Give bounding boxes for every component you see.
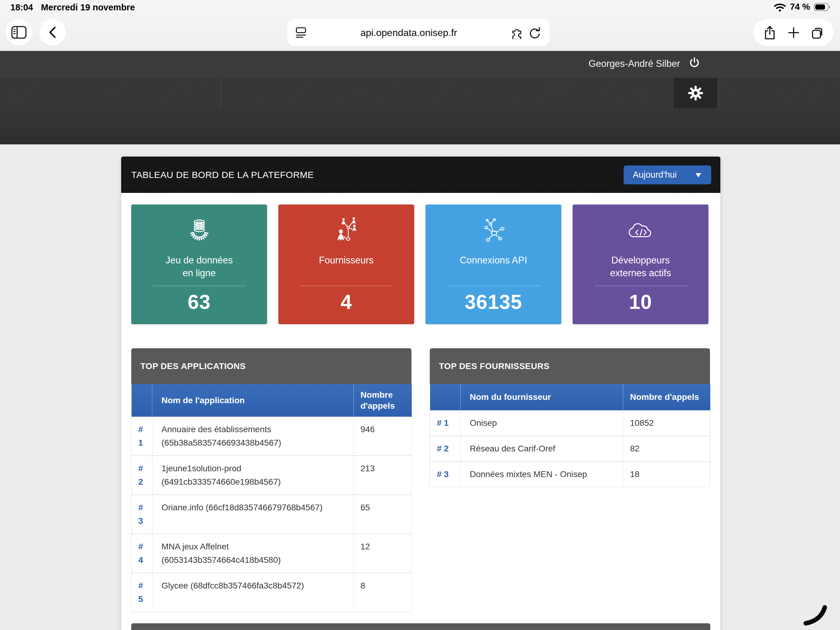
divider bbox=[300, 286, 393, 286]
power-icon bbox=[687, 57, 701, 71]
top-applications-title: TOP DES APPLICATIONS bbox=[131, 348, 411, 384]
people-network-icon bbox=[332, 217, 361, 247]
api-network-icon bbox=[479, 217, 508, 247]
dashboard-title: TABLEAU DE BORD DE LA PLATEFORME bbox=[131, 170, 314, 180]
rank-cell: # 4 bbox=[131, 534, 152, 573]
tables-row: TOP DES APPLICATIONS Nom de l'applicatio… bbox=[121, 324, 720, 612]
top-fournisseurs-section: TOP DES FOURNISSEURS Nom du fournisseur … bbox=[430, 348, 710, 487]
chevron-down-icon: ▼ bbox=[694, 171, 703, 179]
period-dropdown-label: Aujourd'hui bbox=[633, 170, 677, 180]
stat-cards-row: Jeu de données en ligne 63 bbox=[121, 193, 720, 324]
rank-cell: # 3 bbox=[430, 461, 461, 487]
calls-cell: 8 bbox=[354, 573, 412, 612]
status-bar-left: 18:04 Mercredi 19 novembre bbox=[10, 2, 135, 13]
stat-value: 36135 bbox=[464, 290, 522, 313]
rank-column-header bbox=[430, 384, 461, 411]
stat-card-datasets: Jeu de données en ligne 63 bbox=[131, 205, 267, 324]
period-dropdown[interactable]: Aujourd'hui ▼ bbox=[624, 166, 711, 184]
table-header-row: Nom du fournisseur Nombre d'appels bbox=[430, 384, 710, 411]
back-chevron-icon bbox=[47, 25, 58, 39]
rank-cell: # 1 bbox=[131, 417, 152, 456]
back-button[interactable] bbox=[39, 19, 66, 46]
dashboard-header: TABLEAU DE BORD DE LA PLATEFORME Aujourd… bbox=[121, 156, 720, 193]
stat-value: 10 bbox=[629, 290, 652, 313]
rank-cell: # 2 bbox=[131, 456, 152, 495]
fournisseur-name-cell: Données mixtes MEN - Onisep bbox=[461, 461, 623, 487]
app-name-cell: 1jeune1solution-prod (6491cb333574660e19… bbox=[152, 456, 354, 495]
stat-value: 4 bbox=[341, 290, 352, 313]
app-name-cell: Oriane.info (66cf18d835746679768b4567) bbox=[152, 495, 354, 534]
top-fournisseurs-table: Nom du fournisseur Nombre d'appels # 1 O… bbox=[430, 384, 710, 487]
table-header-row: Nom de l'application Nombre d'appels bbox=[131, 384, 412, 417]
status-bar-right: 74 % bbox=[774, 2, 831, 12]
top-applications-section: TOP DES APPLICATIONS Nom de l'applicatio… bbox=[131, 348, 411, 612]
calls-cell: 82 bbox=[623, 436, 710, 461]
user-name: Georges-André Silber bbox=[589, 58, 680, 69]
stat-card-fournisseurs: Fournisseurs 4 bbox=[278, 205, 414, 324]
address-bar[interactable]: api.opendata.onisep.fr bbox=[287, 19, 550, 46]
toolbar-right-group bbox=[753, 19, 834, 46]
table-row: # 4 MNA jeux Affelnet (6053143b3574664c4… bbox=[131, 534, 412, 573]
rank-column-header bbox=[131, 384, 152, 417]
app-name-cell: MNA jeux Affelnet (6053143b3574664c418b4… bbox=[152, 534, 354, 573]
page-menu-icon[interactable] bbox=[295, 27, 307, 38]
battery-percent: 74 % bbox=[790, 2, 810, 12]
stat-value: 63 bbox=[188, 290, 211, 313]
header-divider-right bbox=[718, 78, 718, 108]
cloud-code-icon bbox=[626, 217, 655, 247]
sidebar-icon bbox=[11, 25, 27, 39]
name-column-header: Nom du fournisseur bbox=[461, 384, 623, 411]
stat-label: Développeurs externes actifs bbox=[610, 254, 671, 280]
calls-cell: 18 bbox=[623, 461, 710, 487]
name-column-header: Nom de l'application bbox=[152, 384, 354, 417]
tabs-icon[interactable] bbox=[810, 25, 824, 40]
extensions-icon[interactable] bbox=[511, 26, 523, 39]
table-row: # 3 Oriane.info (66cf18d835746679768b456… bbox=[131, 495, 412, 534]
table-row: # 2 1jeune1solution-prod (6491cb33357466… bbox=[131, 456, 412, 495]
table-row: # 5 Glycee (68dfcc8b357466fa3c8b4572) 8 bbox=[131, 573, 412, 612]
rank-cell: # 3 bbox=[131, 495, 152, 534]
top-fournisseurs-title: TOP DES FOURNISSEURS bbox=[430, 348, 710, 384]
app-name-cell: Glycee (68dfcc8b357466fa3c8b4572) bbox=[152, 573, 354, 612]
divider bbox=[153, 286, 246, 286]
site-header: Georges-André Silber bbox=[0, 51, 840, 144]
status-time: 18:04 bbox=[10, 2, 33, 13]
header-nav-band: Fournisseurs ▼ bbox=[0, 108, 840, 144]
app-name-cell: Annuaire des établissements (65b38a58357… bbox=[152, 417, 354, 456]
sidebar-toggle-button[interactable] bbox=[5, 19, 32, 46]
stat-label: Fournisseurs bbox=[319, 254, 374, 280]
calls-cell: 946 bbox=[354, 417, 412, 456]
calls-cell: 12 bbox=[354, 534, 412, 573]
battery-icon bbox=[814, 2, 831, 12]
share-icon[interactable] bbox=[763, 25, 777, 41]
calls-cell: 213 bbox=[354, 456, 412, 495]
header-user-band: Georges-André Silber bbox=[0, 51, 840, 78]
calls-column-header: Nombre d'appels bbox=[623, 384, 710, 411]
stat-label: Connexions API bbox=[459, 254, 527, 280]
table-row: # 2 Réseau des Carif-Oref 82 bbox=[430, 436, 710, 461]
table-row: # 3 Données mixtes MEN - Onisep 18 bbox=[430, 461, 710, 487]
status-date: Mercredi 19 novembre bbox=[41, 2, 135, 13]
stat-card-connexions-api: Connexions API 36135 bbox=[425, 205, 561, 324]
divider bbox=[447, 286, 540, 286]
rank-cell: # 5 bbox=[131, 573, 152, 612]
stat-card-developpeurs: Développeurs externes actifs 10 bbox=[573, 205, 709, 324]
header-divider bbox=[221, 78, 221, 108]
reload-icon[interactable] bbox=[528, 26, 541, 39]
logout-button[interactable] bbox=[687, 55, 702, 72]
calls-cell: 65 bbox=[354, 495, 412, 534]
table-row: # 1 Onisep 10852 bbox=[430, 411, 710, 436]
divider bbox=[594, 286, 687, 286]
url-text: api.opendata.onisep.fr bbox=[307, 27, 511, 38]
fournisseur-name-cell: Onisep bbox=[461, 411, 623, 436]
fournisseur-name-cell: Réseau des Carif-Oref bbox=[461, 436, 623, 461]
settings-button[interactable] bbox=[674, 78, 718, 108]
next-section-header-partial bbox=[131, 623, 710, 630]
database-icon bbox=[185, 217, 214, 247]
browser-chrome: 18:04 Mercredi 19 novembre 74 % bbox=[0, 0, 840, 51]
rank-cell: # 2 bbox=[430, 436, 461, 461]
table-row: # 1 Annuaire des établissements (65b38a5… bbox=[131, 417, 412, 456]
new-tab-icon[interactable] bbox=[788, 27, 800, 39]
pencil-stroke bbox=[799, 604, 840, 630]
wifi-icon bbox=[774, 2, 786, 12]
